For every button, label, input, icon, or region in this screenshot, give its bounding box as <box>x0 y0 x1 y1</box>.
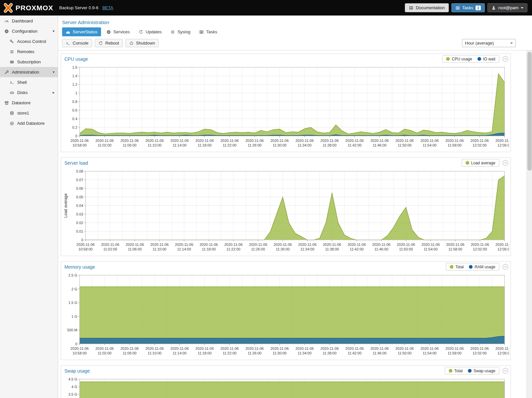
svg-text:11:46:00: 11:46:00 <box>374 247 388 251</box>
proxmox-logo: PROXMOX <box>3 3 56 13</box>
collapse-panel-button[interactable]: − <box>503 368 508 374</box>
sidebar-item-access-control[interactable]: Access Control <box>0 36 58 47</box>
vertical-scrollbar[interactable] <box>526 50 532 398</box>
sidebar-item-label: Dashboard <box>12 18 33 23</box>
memory-usage-panel: Memory usage TotalRAM usage − 0500 M1 G1… <box>61 261 511 360</box>
legend-item[interactable]: Swap usage <box>468 369 495 373</box>
svg-text:2020-11-06: 2020-11-06 <box>420 139 439 143</box>
collapse-panel-button[interactable]: − <box>503 264 508 270</box>
sidebar-item-disks[interactable]: Disks ▸ <box>0 87 58 98</box>
sidebar-item-add-datastore[interactable]: Add Datastore <box>0 118 58 128</box>
panel-header: Server load Load average − <box>61 158 511 168</box>
sidebar-item-dashboard[interactable]: Dashboard <box>0 16 58 26</box>
svg-text:2020-11-06: 2020-11-06 <box>371 347 389 350</box>
svg-text:11:54:00: 11:54:00 <box>423 143 437 147</box>
svg-text:1.6: 1.6 <box>72 65 77 69</box>
svg-text:11:42:00: 11:42:00 <box>350 247 364 251</box>
expand-arrow-icon[interactable]: ▾ <box>53 29 54 33</box>
legend-item[interactable]: Total <box>450 265 464 269</box>
chart-legend: Load average <box>462 159 499 167</box>
svg-text:0.07: 0.07 <box>76 178 83 182</box>
svg-text:2020-11-06: 2020-11-06 <box>270 347 289 350</box>
svg-text:2020-11-06: 2020-11-06 <box>495 347 509 350</box>
expand-arrow-icon[interactable]: ▾ <box>53 70 54 74</box>
svg-text:11:34:00: 11:34:00 <box>298 351 311 355</box>
documentation-button[interactable]: Documentation <box>405 3 448 12</box>
tab-tasks[interactable]: Tasks <box>195 27 221 36</box>
sidebar-item-configuration[interactable]: Configuration ▾ <box>0 26 58 36</box>
legend-item[interactable]: RAM usage <box>469 265 495 269</box>
legend-item[interactable]: Total <box>449 369 463 373</box>
legend-item[interactable]: CPU usage <box>446 57 472 61</box>
legend-dot <box>449 369 452 373</box>
svg-text:0: 0 <box>75 134 77 138</box>
collapse-panel-button[interactable]: − <box>503 56 508 62</box>
tasks-button[interactable]: Tasks 1 <box>451 3 485 12</box>
tab-syslog[interactable]: Syslog <box>167 27 194 36</box>
svg-text:11:38:00: 11:38:00 <box>325 247 339 251</box>
svg-text:11:18:00: 11:18:00 <box>202 247 216 251</box>
console-button[interactable]: Console <box>62 39 92 47</box>
plus-circle-icon <box>10 121 14 126</box>
user-label: root@pam <box>498 5 518 10</box>
svg-text:12:06:00: 12:06:00 <box>498 351 509 355</box>
legend-item[interactable]: IO wait <box>478 57 495 61</box>
svg-text:11:18:00: 11:18:00 <box>198 351 212 355</box>
sidebar-item-label: Remotes <box>17 49 34 54</box>
svg-text:Load average: Load average <box>63 193 68 218</box>
svg-text:2020-11-06: 2020-11-06 <box>495 139 509 143</box>
tab-services[interactable]: Services <box>103 27 133 36</box>
svg-text:11:34:00: 11:34:00 <box>298 143 311 147</box>
collapsed-arrow-icon[interactable]: ▸ <box>53 90 54 95</box>
svg-text:2020-11-06: 2020-11-06 <box>145 139 163 143</box>
svg-text:0.4: 0.4 <box>72 117 77 121</box>
sidebar-item-subscription[interactable]: Subscription <box>0 57 58 67</box>
sidebar-item-shell[interactable]: Shell <box>0 77 58 87</box>
page-title: Server Administration <box>58 16 532 26</box>
beta-link[interactable]: BETA <box>102 5 113 10</box>
scrollbar-thumb[interactable] <box>527 52 532 171</box>
svg-text:2020-11-06: 2020-11-06 <box>296 139 314 143</box>
svg-text:11:18:00: 11:18:00 <box>198 143 212 147</box>
chart-svg: 00.010.020.030.040.050.060.070.082020-11… <box>62 169 509 254</box>
chart-svg: 0500 M1 G1.5 G2 G2.5 G2020-11-0610:58:00… <box>62 273 509 358</box>
tab-updates[interactable]: Updates <box>135 27 165 36</box>
legend-dot <box>466 161 469 165</box>
chart-legend: TotalRAM usage <box>446 263 499 271</box>
reboot-button[interactable]: Reboot <box>95 39 123 47</box>
svg-text:11:02:00: 11:02:00 <box>98 351 112 355</box>
svg-text:2020-11-06: 2020-11-06 <box>195 347 214 350</box>
legend-label: Load average <box>471 161 495 165</box>
product-version: Backup Server 0.9-6 <box>59 5 98 10</box>
tab-serverstatus[interactable]: ServerStatus <box>62 27 101 36</box>
proxmox-x-icon <box>3 3 13 13</box>
shutdown-button[interactable]: Shutdown <box>125 39 159 47</box>
user-menu-button[interactable]: root@pam <box>487 3 527 12</box>
svg-text:11:06:00: 11:06:00 <box>123 351 136 355</box>
svg-text:500 M: 500 M <box>67 328 77 332</box>
svg-text:2020-11-06: 2020-11-06 <box>471 243 489 247</box>
reboot-label: Reboot <box>105 41 119 46</box>
svg-text:2020-11-06: 2020-11-06 <box>224 243 242 247</box>
time-range-select[interactable]: Hour (average) <box>462 39 516 47</box>
legend-item[interactable]: Load average <box>466 161 495 165</box>
panel-body: 0500 M1 G1.5 G2 G2.5 G3 G3.5 G4 G4.5 G20… <box>61 376 511 398</box>
sidebar-item-label: Shell <box>17 80 27 85</box>
svg-text:11:38:00: 11:38:00 <box>323 143 337 147</box>
legend-label: Total <box>454 369 463 373</box>
sidebar-item-datastore[interactable]: Datastore <box>0 98 58 108</box>
toolbar: Console Reboot Shutdown Hour (average) <box>58 36 532 50</box>
collapse-panel-button[interactable]: − <box>503 160 508 166</box>
svg-text:2020-11-06: 2020-11-06 <box>320 139 338 143</box>
svg-text:11:02:00: 11:02:00 <box>98 143 112 147</box>
svg-text:0: 0 <box>81 238 83 242</box>
sidebar-item-store1[interactable]: store1 <box>0 108 58 118</box>
svg-text:11:50:00: 11:50:00 <box>398 351 411 355</box>
svg-text:11:30:00: 11:30:00 <box>273 351 287 355</box>
sidebar-item-label: store1 <box>17 111 29 116</box>
svg-text:12:02:00: 12:02:00 <box>473 351 487 355</box>
sidebar-item-administration[interactable]: Administration ▾ <box>0 67 58 77</box>
svg-text:11:38:00: 11:38:00 <box>323 351 337 355</box>
sidebar-item-remotes[interactable]: Remotes <box>0 47 58 57</box>
panel-header: Memory usage TotalRAM usage − <box>61 262 511 272</box>
